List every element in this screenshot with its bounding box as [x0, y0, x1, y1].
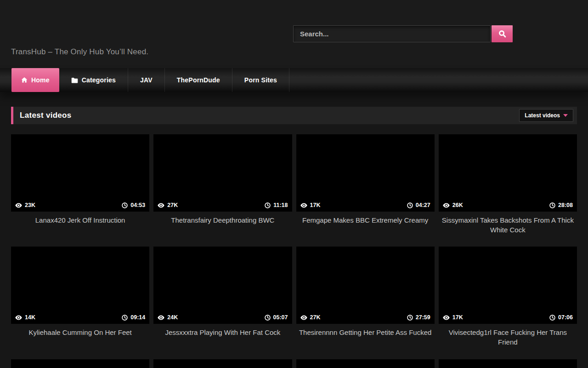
- folder-icon: [71, 77, 78, 83]
- video-meta: 14K 09:14: [11, 312, 149, 324]
- nav-item-categories[interactable]: Categories: [59, 68, 128, 92]
- video-thumbnail[interactable]: [153, 359, 292, 368]
- video-duration: 04:53: [130, 202, 145, 208]
- nav-item-theporndude[interactable]: ThePornDude: [165, 68, 232, 92]
- clock-icon: [407, 202, 413, 208]
- views: 27K: [300, 314, 321, 321]
- video-title[interactable]: Lanax420 Jerk Off Instruction: [11, 216, 149, 233]
- video-thumbnail[interactable]: [296, 359, 435, 368]
- video-thumbnail[interactable]: [11, 359, 149, 368]
- video-card[interactable]: 17K 04:27 Femgape Makes BBC Extremely Cr…: [296, 134, 435, 235]
- video-thumbnail[interactable]: 17K 07:06: [439, 247, 577, 324]
- views: 23K: [15, 202, 35, 208]
- video-card-partial[interactable]: [11, 359, 149, 368]
- views: 27K: [158, 202, 178, 208]
- nav-item-label: Home: [31, 76, 50, 84]
- view-count: 24K: [167, 314, 178, 321]
- duration: 05:07: [265, 314, 288, 321]
- nav-item-label: Porn Sites: [244, 76, 277, 84]
- clock-icon: [407, 315, 413, 321]
- clock-icon: [549, 202, 555, 208]
- video-meta: 27K 11:18: [153, 200, 292, 212]
- sort-dropdown-label: Latest videos: [525, 112, 560, 119]
- video-thumbnail[interactable]: 27K 11:18: [153, 134, 292, 212]
- home-icon: [21, 77, 28, 83]
- sort-dropdown[interactable]: Latest videos: [519, 109, 573, 122]
- eye-icon: [300, 203, 307, 208]
- video-thumbnail[interactable]: 17K 04:27: [296, 134, 435, 212]
- search-form: [293, 25, 513, 42]
- view-count: 17K: [452, 314, 463, 321]
- video-thumbnail[interactable]: 24K 05:07: [153, 247, 292, 324]
- video-grid: 23K 04:53 Lanax420 Jerk Off Instruction …: [11, 134, 577, 368]
- video-duration: 27:59: [416, 314, 430, 321]
- video-title[interactable]: Vivisectedg1rl Face Fucking Her Trans Fr…: [439, 328, 577, 347]
- views: 17K: [443, 314, 463, 321]
- eye-icon: [158, 315, 164, 320]
- video-card[interactable]: 14K 09:14 Kyliehaale Cumming On Her Feet: [11, 247, 149, 347]
- view-count: 27K: [310, 314, 321, 321]
- video-title[interactable]: Jessxxxtra Playing With Her Fat Cock: [153, 328, 292, 345]
- views: 17K: [300, 202, 321, 208]
- site-header: TransHub – The Only Hub You’ll Need.: [0, 0, 588, 68]
- video-card[interactable]: 27K 27:59 Thesirennnn Getting Her Petite…: [296, 247, 435, 347]
- view-count: 14K: [25, 314, 35, 321]
- eye-icon: [443, 203, 450, 208]
- video-duration: 09:14: [130, 314, 145, 321]
- search-button[interactable]: [492, 25, 513, 42]
- eye-icon: [158, 203, 164, 208]
- main-nav: Home Categories JAV ThePornDude Porn Sit…: [0, 68, 588, 92]
- video-card[interactable]: 27K 11:18 Thetransfairy Deepthroating BW…: [153, 134, 292, 235]
- nav-item-label: ThePornDude: [177, 76, 220, 84]
- video-card[interactable]: 26K 28:08 Sissymaxinl Takes Backshots Fr…: [439, 134, 577, 235]
- video-card-partial[interactable]: [439, 359, 577, 368]
- section-title: Latest videos: [20, 111, 72, 120]
- video-card-partial[interactable]: [153, 359, 292, 368]
- duration: 09:14: [122, 314, 145, 321]
- eye-icon: [15, 203, 22, 208]
- nav-item-label: Categories: [82, 76, 116, 84]
- eye-icon: [300, 315, 307, 320]
- chevron-down-icon: [563, 114, 568, 117]
- section-header: Latest videos Latest videos: [11, 107, 577, 124]
- video-card[interactable]: 23K 04:53 Lanax420 Jerk Off Instruction: [11, 134, 149, 235]
- nav-item-porn-sites[interactable]: Porn Sites: [232, 68, 289, 92]
- video-meta: 24K 05:07: [153, 312, 292, 324]
- video-title[interactable]: Sissymaxinl Takes Backshots From A Thick…: [439, 216, 577, 235]
- view-count: 26K: [452, 202, 463, 208]
- video-thumbnail[interactable]: 23K 04:53: [11, 134, 149, 212]
- video-duration: 04:27: [416, 202, 430, 208]
- duration: 07:06: [549, 314, 573, 321]
- video-meta: 23K 04:53: [11, 200, 149, 212]
- video-meta: 17K 07:06: [439, 312, 577, 324]
- view-count: 23K: [25, 202, 35, 208]
- video-card[interactable]: 24K 05:07 Jessxxxtra Playing With Her Fa…: [153, 247, 292, 347]
- clock-icon: [122, 202, 128, 208]
- video-thumbnail[interactable]: [439, 359, 577, 368]
- video-duration: 11:18: [273, 202, 288, 208]
- video-title[interactable]: Kyliehaale Cumming On Her Feet: [11, 328, 149, 345]
- video-card[interactable]: 17K 07:06 Vivisectedg1rl Face Fucking He…: [439, 247, 577, 347]
- views: 26K: [443, 202, 463, 208]
- views: 24K: [158, 314, 178, 321]
- nav-item-home[interactable]: Home: [11, 68, 59, 92]
- search-input[interactable]: [293, 25, 491, 42]
- view-count: 17K: [310, 202, 321, 208]
- eye-icon: [443, 315, 450, 320]
- duration: 28:08: [549, 202, 573, 208]
- video-card-partial[interactable]: [296, 359, 435, 368]
- video-thumbnail[interactable]: 14K 09:14: [11, 247, 149, 324]
- video-title[interactable]: Femgape Makes BBC Extremely Creamy: [296, 216, 435, 233]
- video-title[interactable]: Thesirennnn Getting Her Petite Ass Fucke…: [296, 328, 435, 345]
- search-icon: [498, 30, 506, 38]
- clock-icon: [122, 315, 128, 321]
- duration: 04:27: [407, 202, 430, 208]
- nav-item-jav[interactable]: JAV: [128, 68, 165, 92]
- video-duration: 07:06: [558, 314, 573, 321]
- video-title[interactable]: Thetransfairy Deepthroating BWC: [153, 216, 292, 233]
- clock-icon: [265, 315, 271, 321]
- video-thumbnail[interactable]: 26K 28:08: [439, 134, 577, 212]
- video-meta: 27K 27:59: [296, 312, 435, 324]
- eye-icon: [15, 315, 22, 320]
- video-thumbnail[interactable]: 27K 27:59: [296, 247, 435, 324]
